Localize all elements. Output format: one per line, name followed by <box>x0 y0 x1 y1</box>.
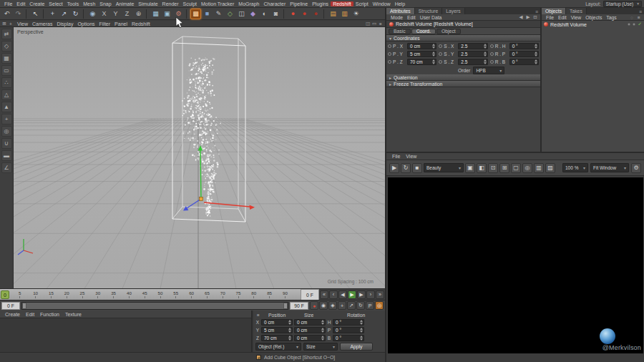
section-bar-quaternion[interactable]: ▸Quaternion <box>386 74 540 81</box>
subtab-object[interactable]: Object <box>436 29 461 34</box>
rotation-field[interactable]: 0 ° <box>333 327 364 333</box>
menu-item-tools[interactable]: Tools <box>65 1 81 6</box>
menu-item-file[interactable]: File <box>2 1 14 6</box>
spinner[interactable] <box>360 328 363 333</box>
spinner[interactable] <box>321 336 324 341</box>
spinner-down-icon[interactable] <box>432 62 435 64</box>
spinner-up-icon[interactable] <box>288 336 291 338</box>
rv-render-icon[interactable]: ▶ <box>389 163 399 173</box>
coords-size-dropdown[interactable]: Size▾ <box>303 343 338 351</box>
attr-lock-icon[interactable]: ⊡ <box>532 14 538 20</box>
rv-swatch-icon[interactable]: ▥ <box>534 163 544 173</box>
zoom-dropdown[interactable]: 100 %▾ <box>562 163 588 172</box>
spinner-down-icon[interactable] <box>484 62 487 64</box>
objects-menu-edit[interactable]: Edit <box>556 15 569 20</box>
value-field[interactable]: 0 ° <box>509 51 539 57</box>
live-selection-icon[interactable]: ↖ <box>30 9 41 19</box>
workplane-lock-icon[interactable]: ▬ <box>1 150 12 161</box>
viewport-menu-display[interactable]: Display <box>54 21 75 26</box>
polygons-mode-icon[interactable]: ▲ <box>1 102 12 112</box>
spinner-up-icon[interactable] <box>432 59 435 62</box>
redshift-ipr-icon[interactable]: ● <box>299 9 310 19</box>
spinner-down-icon[interactable] <box>535 47 537 49</box>
gear-icon[interactable]: ⚙ <box>631 163 641 173</box>
lock-y-axis-icon[interactable]: Y <box>110 9 121 19</box>
points-mode-icon[interactable]: ∴ <box>1 77 12 88</box>
redshift-proxy-icon[interactable]: ▤ <box>328 9 338 19</box>
menu-item-select[interactable]: Select <box>47 1 64 6</box>
goto-end-button[interactable]: » <box>376 290 384 299</box>
subtab-basic[interactable]: Basic <box>389 29 411 34</box>
next-key-button[interactable]: › <box>366 290 375 299</box>
value-field[interactable]: 0 ° <box>509 59 539 65</box>
rotation-field[interactable]: 0 ° <box>333 319 364 326</box>
spinner-down-icon[interactable] <box>288 323 291 325</box>
viewport-layout-icon[interactable]: ◫ <box>365 21 371 26</box>
prev-key-button[interactable]: ‹ <box>329 290 338 299</box>
rv-lock-icon[interactable]: ⊡ <box>488 163 498 173</box>
coords-mode-dropdown[interactable]: Object (Rel.)▾ <box>255 343 301 351</box>
spinner[interactable] <box>535 59 537 64</box>
spinner-down-icon[interactable] <box>432 47 435 49</box>
size-field[interactable]: 0 cm <box>294 335 326 341</box>
spinner[interactable] <box>321 320 324 325</box>
viewport-menu-view[interactable]: View <box>15 21 30 26</box>
spinner-up-icon[interactable] <box>288 320 291 322</box>
volume-builder-icon[interactable]: ▩ <box>190 9 201 19</box>
rv-snapshot-icon[interactable]: ▣ <box>465 163 475 173</box>
value-field[interactable]: 0 cm <box>407 43 436 49</box>
spinner-up-icon[interactable] <box>535 44 537 46</box>
subdivision-surface-icon[interactable]: ◇ <box>225 9 235 19</box>
spinner[interactable] <box>321 328 324 333</box>
model-mode-icon[interactable]: ◇ <box>1 41 12 52</box>
menu-item-edit[interactable]: Edit <box>14 1 27 6</box>
autokey-icon[interactable]: ◉ <box>319 301 328 310</box>
rv-compare-icon[interactable]: ◧ <box>477 163 487 173</box>
tab-objects[interactable]: Objects <box>542 8 566 14</box>
viewport-menu-icon[interactable]: ≡ <box>378 21 384 26</box>
spinner-up-icon[interactable] <box>321 336 324 338</box>
render-canvas[interactable]: @Merkvilson <box>388 177 643 353</box>
spinner-up-icon[interactable] <box>360 336 363 338</box>
aov-dropdown[interactable]: Beauty▾ <box>424 163 464 172</box>
enabled-check-icon[interactable]: ✓ <box>638 21 642 27</box>
menu-item-window[interactable]: Window <box>371 1 393 6</box>
size-field[interactable]: 0 cm <box>294 319 326 326</box>
spinner-up-icon[interactable] <box>360 328 363 330</box>
workplane-mode-icon[interactable]: ▭ <box>1 65 12 76</box>
spinner[interactable] <box>360 320 363 325</box>
coords-menu-icon[interactable]: ≡ <box>255 312 261 318</box>
rv-grid-icon[interactable]: ⊞ <box>499 163 509 173</box>
edges-mode-icon[interactable]: △ <box>1 89 12 100</box>
spinner[interactable] <box>288 320 291 325</box>
last-tool-icon[interactable]: ◉ <box>87 9 98 19</box>
rotate-icon[interactable]: ↻ <box>70 9 81 19</box>
menu-item-mograph[interactable]: MoGraph <box>236 1 261 6</box>
position-field[interactable]: 5 cm <box>261 327 293 333</box>
spinner-up-icon[interactable] <box>432 52 435 54</box>
menu-item-pipeline[interactable]: Pipeline <box>288 1 310 6</box>
spinner-up-icon[interactable] <box>484 52 487 54</box>
viewport-menu-options[interactable]: Options <box>75 21 97 26</box>
attr-menu-user-data[interactable]: User Data <box>418 15 444 20</box>
quantize-icon[interactable]: ∠ <box>1 162 12 173</box>
menu-item-render[interactable]: Render <box>160 1 181 6</box>
spinner-up-icon[interactable] <box>321 328 324 330</box>
play-button[interactable]: ▶ <box>348 290 356 299</box>
order-dropdown[interactable]: HPB▾ <box>473 67 504 74</box>
menu-item-plugins[interactable]: Plugins <box>310 1 331 6</box>
menu-item-simulate[interactable]: Simulate <box>136 1 160 6</box>
apply-button[interactable]: Apply <box>340 343 373 351</box>
current-frame-field[interactable]: 0 F <box>301 289 319 300</box>
object-list-item[interactable]: Redshift Volume✓ <box>542 21 644 28</box>
objects-filter-icon[interactable]: ≡ <box>636 14 642 20</box>
spinner-down-icon[interactable] <box>321 331 324 333</box>
redshift-light-icon[interactable]: ☀ <box>351 9 361 19</box>
rv-background-icon[interactable]: ▨ <box>545 163 555 173</box>
size-field[interactable]: 0 cm <box>294 327 326 333</box>
objects-menu-tags[interactable]: Tags <box>604 15 618 20</box>
spinner-down-icon[interactable] <box>535 54 537 57</box>
camera-icon[interactable]: ◙ <box>270 9 281 19</box>
key-scale-icon[interactable]: ↗ <box>347 301 356 310</box>
spinner-down-icon[interactable] <box>432 54 435 57</box>
